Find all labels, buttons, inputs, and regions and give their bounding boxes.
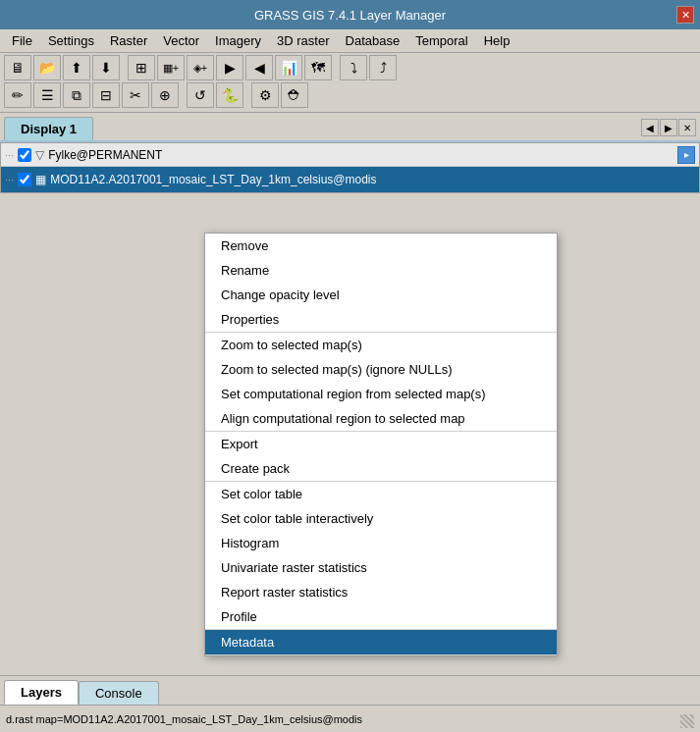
tab-nav-buttons: ◀ ▶ ✕: [641, 119, 696, 136]
parent-layer-expand-icon: ▽: [35, 148, 44, 162]
parent-layer-label: Fylke@PERMANENT: [48, 148, 677, 162]
menu-file[interactable]: File: [4, 31, 40, 50]
layer-panel: ··· ▽ Fylke@PERMANENT ▸ ··· ▦ MOD11A2.A2…: [0, 142, 700, 193]
menu-settings[interactable]: Settings: [40, 31, 102, 50]
child-layer-drag-handle: ···: [5, 174, 14, 185]
arrow-l-btn[interactable]: ◀: [245, 55, 273, 80]
toolbar-row-2: ✏ ☰ ⧉ ⊟ ✂ ⊕ ↺ 🐍 ⚙ ⛑: [4, 82, 696, 108]
tab-console[interactable]: Console: [79, 681, 159, 705]
display-tab-1[interactable]: Display 1: [4, 117, 93, 140]
map-btn[interactable]: 🗺: [304, 55, 332, 80]
resize-handle: [680, 714, 694, 728]
ctx-align-region[interactable]: Align computational region to selected m…: [205, 406, 557, 431]
ctx-export[interactable]: Export: [205, 432, 557, 456]
title-bar: GRASS GIS 7.4.1 Layer Manager ✕: [0, 0, 700, 29]
toolbar-area: 🖥 📂 ⬆ ⬇ ⊞ ▦+ ◈+ ▶ ◀ 📊 🗺 ⤵ ⤴ ✏ ☰ ⧉ ⊟ ✂ ⊕ …: [0, 53, 700, 113]
menu-bar: File Settings Raster Vector Imagery 3D r…: [0, 29, 700, 53]
close-button[interactable]: ✕: [676, 6, 694, 24]
monitor-btn[interactable]: 🖥: [4, 55, 31, 80]
layers-view-btn[interactable]: ⧉: [63, 82, 90, 108]
bottom-tabs: Layers Console: [0, 675, 700, 705]
menu-raster[interactable]: Raster: [102, 31, 155, 50]
ctx-profile[interactable]: Profile: [205, 604, 557, 629]
child-layer-icon: ▦: [35, 173, 46, 186]
move-btn[interactable]: ↺: [187, 82, 214, 108]
ctx-create-pack[interactable]: Create pack: [205, 456, 557, 481]
ctx-zoom-selected[interactable]: Zoom to selected map(s): [205, 333, 557, 357]
zoom-in-btn[interactable]: ⊕: [151, 82, 179, 108]
parent-layer-row[interactable]: ··· ▽ Fylke@PERMANENT ▸: [1, 143, 699, 167]
ctx-metadata[interactable]: Metadata: [205, 630, 557, 654]
ctx-zoom-ignore-nulls[interactable]: Zoom to selected map(s) (ignore NULLs): [205, 357, 557, 382]
child-layer-checkbox[interactable]: [18, 173, 31, 186]
table-btn[interactable]: ⊟: [92, 82, 120, 108]
python-btn[interactable]: 🐍: [216, 82, 243, 108]
menu-database[interactable]: Database: [338, 31, 408, 50]
tab-layers[interactable]: Layers: [4, 680, 79, 705]
menu-temporal[interactable]: Temporal: [407, 31, 475, 50]
ctx-histogram[interactable]: Histogram: [205, 531, 557, 555]
menu-vector[interactable]: Vector: [155, 31, 207, 50]
menu-imagery[interactable]: Imagery: [207, 31, 269, 50]
tab-nav-close[interactable]: ✕: [678, 119, 696, 136]
arrow-r-btn[interactable]: ▶: [216, 55, 243, 80]
display-tab-bar: Display 1 ◀ ▶ ✕: [0, 113, 700, 142]
ctx-rename[interactable]: Rename: [205, 258, 557, 283]
ctx-section-1: Remove Rename Change opacity level Prope…: [205, 234, 557, 333]
ctx-univariate-stats[interactable]: Univariate raster statistics: [205, 555, 557, 580]
layer-drag-handle: ···: [5, 149, 14, 161]
menu-3draster[interactable]: 3D raster: [269, 31, 337, 50]
child-layer-row[interactable]: ··· ▦ MOD11A2.A2017001_mosaic_LST_Day_1k…: [1, 167, 699, 192]
ctx-remove[interactable]: Remove: [205, 234, 557, 258]
ctx-report-stats[interactable]: Report raster statistics: [205, 580, 557, 604]
export-btn[interactable]: ⤵: [340, 55, 367, 80]
layer-options-btn[interactable]: ▸: [677, 146, 695, 164]
ctx-color-table-interactive[interactable]: Set color table interactively: [205, 506, 557, 531]
ctx-set-region[interactable]: Set computational region from selected m…: [205, 382, 557, 406]
add-vector-btn[interactable]: ◈+: [187, 55, 214, 80]
ctx-section-5: Metadata: [205, 630, 557, 655]
child-layer-label: MOD11A2.A2017001_mosaic_LST_Day_1km_cels…: [50, 173, 695, 186]
ctx-section-3: Export Create pack: [205, 432, 557, 482]
context-menu: Remove Rename Change opacity level Prope…: [204, 233, 558, 656]
import-btn[interactable]: ⤴: [369, 55, 397, 80]
pencil-btn[interactable]: ✏: [4, 82, 31, 108]
list-btn[interactable]: ☰: [33, 82, 61, 108]
add-raster-btn[interactable]: ▦+: [157, 55, 185, 80]
ctx-section-4: Set color table Set color table interact…: [205, 482, 557, 630]
parent-layer-checkbox[interactable]: [18, 148, 31, 162]
ctx-opacity[interactable]: Change opacity level: [205, 283, 557, 307]
tab-nav-prev[interactable]: ◀: [641, 119, 659, 136]
menu-help[interactable]: Help: [476, 31, 518, 50]
download-btn[interactable]: ⬇: [92, 55, 120, 80]
window-title: GRASS GIS 7.4.1 Layer Manager: [254, 8, 446, 23]
tab-nav-next[interactable]: ▶: [660, 119, 677, 136]
scissors-btn[interactable]: ✂: [122, 82, 149, 108]
chart-btn[interactable]: 📊: [275, 55, 302, 80]
status-text: d.rast map=MOD11A2.A2017001_mosaic_LST_D…: [6, 713, 362, 725]
toolbar-row-1: 🖥 📂 ⬆ ⬇ ⊞ ▦+ ◈+ ▶ ◀ 📊 🗺 ⤵ ⤴: [4, 55, 696, 80]
status-bar: d.rast map=MOD11A2.A2017001_mosaic_LST_D…: [0, 705, 700, 732]
upload-btn[interactable]: ⬆: [63, 55, 90, 80]
ctx-properties[interactable]: Properties: [205, 307, 557, 332]
grid-btn[interactable]: ⊞: [128, 55, 155, 80]
ctx-section-2: Zoom to selected map(s) Zoom to selected…: [205, 333, 557, 432]
open-btn[interactable]: 📂: [33, 55, 61, 80]
gear-btn[interactable]: ⚙: [251, 82, 279, 108]
ctx-color-table[interactable]: Set color table: [205, 482, 557, 506]
help-btn[interactable]: ⛑: [281, 82, 308, 108]
